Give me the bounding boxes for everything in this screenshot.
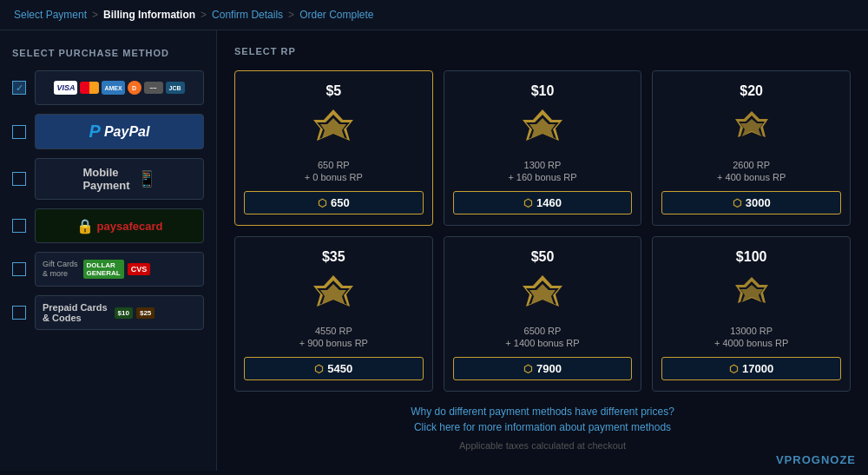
mobile-phone-icon: 📱 (137, 169, 156, 188)
rp-card-5[interactable]: $5 650 RP + 0 bonus RP ⬡ 650 (234, 70, 433, 226)
prepaid-card-25: $25 (136, 307, 155, 319)
rp-total-10: 1460 (536, 196, 562, 209)
rp-coin-icon-100: ⬡ (729, 363, 738, 375)
rp-amount-50: 6500 RP (453, 326, 633, 336)
rp-total-35: 5450 (327, 362, 352, 375)
rp-total-btn-10[interactable]: ⬡ 1460 (453, 191, 633, 214)
rp-total-btn-20[interactable]: ⬡ 3000 (661, 191, 841, 214)
rp-amount-10: 1300 RP (453, 160, 633, 170)
checkbox-paysafe[interactable] (12, 219, 26, 233)
prepaid-card-10: $10 (115, 307, 133, 319)
rp-bonus-5: + 0 bonus RP (244, 172, 424, 182)
footer-link-prices[interactable]: Why do different payment methods have di… (234, 406, 851, 418)
payment-method-prepaid[interactable]: Prepaid Cards& Codes $10 $25 (12, 295, 204, 330)
rp-price-5: $5 (244, 83, 424, 99)
sidebar: SELECT PURCHASE METHOD VISA AMEX D ~~ JC… (0, 30, 217, 471)
checkbox-mobile[interactable] (12, 172, 26, 186)
rp-total-50: 7900 (536, 362, 562, 375)
content: SELECT RP $5 650 RP + 0 bonus RP ⬡ 650 (217, 30, 868, 471)
paypal-label: PayPal (104, 124, 149, 140)
sidebar-title: SELECT PURCHASE METHOD (12, 48, 204, 58)
method-card-paysafe[interactable]: 🔒 paysafecard (35, 208, 204, 243)
rp-amount-100: 13000 RP (661, 326, 841, 336)
rp-coin-icon-5: ⬡ (318, 197, 326, 209)
rp-amount-35: 4550 RP (244, 326, 424, 336)
rp-emblem-20 (728, 106, 775, 153)
mobile-label: MobilePayment (82, 166, 129, 192)
rp-emblem-10 (519, 106, 566, 153)
rp-bonus-50: + 1400 bonus RP (453, 338, 633, 348)
method-card-credit-card[interactable]: VISA AMEX D ~~ JCB (35, 70, 204, 105)
method-card-mobile[interactable]: MobilePayment 📱 (35, 158, 204, 200)
prepaid-label: Prepaid Cards& Codes (43, 302, 108, 323)
rp-total-100: 17000 (742, 362, 773, 375)
rp-card-20[interactable]: $20 2600 RP + 400 bonus RP ⬡ 3000 (652, 70, 851, 226)
giftcard-label: Gift Cards& more (43, 260, 78, 279)
rp-price-20: $20 (661, 83, 841, 99)
method-card-giftcard[interactable]: Gift Cards& more DOLLARGENERAL CVS (35, 252, 204, 287)
paysafe-lock-icon: 🔒 (76, 218, 94, 234)
payment-method-paysafe[interactable]: 🔒 paysafecard (12, 208, 204, 243)
rp-price-35: $35 (244, 249, 424, 265)
rp-amount-20: 2600 RP (661, 160, 841, 170)
rp-coin-icon-50: ⬡ (523, 363, 532, 375)
rp-total-20: 3000 (746, 196, 771, 209)
rp-bonus-100: + 4000 bonus RP (661, 338, 841, 348)
footer-links: Why do different payment methods have di… (234, 406, 851, 433)
discover-icon: D (128, 81, 141, 95)
rp-price-100: $100 (661, 249, 841, 265)
rp-coin-icon-10: ⬡ (523, 197, 532, 209)
rp-price-10: $10 (453, 83, 633, 99)
method-card-paypal[interactable]: P PayPal (35, 114, 204, 149)
mastercard-icon (80, 82, 99, 94)
checkbox-prepaid[interactable] (12, 306, 26, 320)
rp-bonus-35: + 900 bonus RP (244, 338, 424, 348)
checkbox-paypal[interactable] (12, 125, 26, 139)
rp-card-100[interactable]: $100 13000 RP + 4000 bonus RP ⬡ 17000 (652, 236, 851, 392)
rp-price-50: $50 (453, 249, 633, 265)
rp-card-50[interactable]: $50 6500 RP + 1400 bonus RP ⬡ 7900 (444, 236, 642, 392)
rp-emblem-100 (728, 272, 775, 319)
checkbox-giftcard[interactable] (12, 262, 26, 276)
dollar-general-logo: DOLLARGENERAL (83, 260, 124, 279)
visa-icon: VISA (54, 81, 77, 95)
footer-link-methods[interactable]: Click here for more information about pa… (234, 421, 851, 433)
rp-total-btn-5[interactable]: ⬡ 650 (244, 191, 424, 214)
rp-amount-5: 650 RP (244, 160, 424, 170)
checkbox-credit-card[interactable] (12, 81, 26, 95)
paypal-p-icon: P (89, 122, 101, 142)
watermark-suffix: PROGNOZE (785, 453, 856, 466)
footer-note: Applicable taxes calculated at checkout (234, 440, 851, 451)
rp-coin-icon-35: ⬡ (314, 363, 323, 375)
method-card-prepaid[interactable]: Prepaid Cards& Codes $10 $25 (35, 295, 204, 330)
content-title: SELECT RP (234, 46, 851, 56)
breadcrumb-billing-information[interactable]: Billing Information (103, 9, 195, 21)
card-icon-1: ~~ (144, 82, 163, 94)
rp-card-35[interactable]: $35 4550 RP + 900 bonus RP ⬡ 5450 (234, 236, 433, 392)
watermark-prefix: V (776, 453, 785, 466)
rp-card-10[interactable]: $10 1300 RP + 160 bonus RP ⬡ 1460 (444, 70, 642, 226)
breadcrumb-confirm-details[interactable]: Confirm Details (212, 9, 283, 21)
payment-method-mobile[interactable]: MobilePayment 📱 (12, 158, 204, 200)
rp-emblem-35 (310, 272, 357, 319)
rp-emblem-5 (310, 106, 357, 153)
payment-method-giftcard[interactable]: Gift Cards& more DOLLARGENERAL CVS (12, 252, 204, 287)
payment-method-paypal[interactable]: P PayPal (12, 114, 204, 149)
amex-icon: AMEX (102, 81, 124, 95)
rp-total-btn-100[interactable]: ⬡ 17000 (661, 357, 841, 380)
rp-bonus-20: + 400 bonus RP (661, 172, 841, 182)
payment-method-credit-card[interactable]: VISA AMEX D ~~ JCB (12, 70, 204, 105)
rp-grid: $5 650 RP + 0 bonus RP ⬡ 650 $10 (234, 70, 851, 392)
rp-total-btn-50[interactable]: ⬡ 7900 (453, 357, 633, 380)
rp-coin-icon-20: ⬡ (733, 197, 741, 209)
cvs-logo: CVS (128, 263, 151, 275)
paysafe-label: paysafecard (97, 220, 163, 233)
breadcrumb: Select Payment > Billing Information > C… (0, 0, 868, 30)
rp-total-btn-35[interactable]: ⬡ 5450 (244, 357, 424, 380)
rp-total-5: 650 (331, 196, 350, 209)
breadcrumb-order-complete[interactable]: Order Complete (299, 9, 373, 21)
card-icon-2: JCB (166, 82, 185, 94)
breadcrumb-select-payment[interactable]: Select Payment (14, 9, 87, 21)
rp-emblem-50 (519, 272, 566, 319)
rp-bonus-10: + 160 bonus RP (453, 172, 633, 182)
